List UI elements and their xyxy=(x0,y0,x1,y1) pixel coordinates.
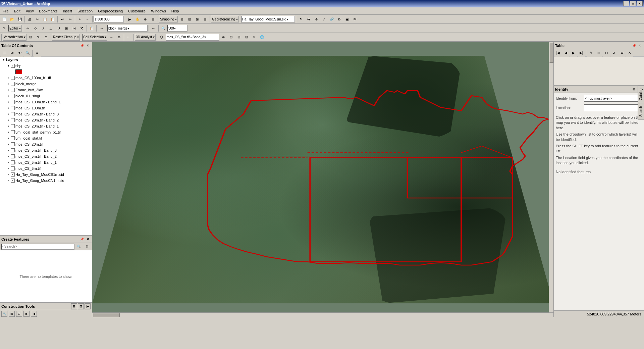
snap-edge[interactable]: ⊠ xyxy=(194,15,201,23)
toc-item-mos_CS_100m_b1_tif[interactable]: +mos_CS_100m_b1.tif xyxy=(5,75,92,81)
toc-item-Ha_Tay_Goog_MosCS1m_sid[interactable]: +Ha_Tay_Goog_MosCS1m.sid xyxy=(5,171,92,178)
ct-btn3[interactable]: ▶ xyxy=(85,303,91,309)
3d-globe[interactable]: 🌐 xyxy=(258,34,266,41)
checkbox[interactable] xyxy=(11,118,15,122)
more-tools2[interactable]: ⋯ xyxy=(125,34,132,41)
scrollbar-thumb-h[interactable] xyxy=(93,313,120,317)
snap-grid[interactable]: ⊞ xyxy=(178,15,185,23)
cf-pin[interactable]: 📌 xyxy=(79,237,85,242)
table-pin[interactable]: 📌 xyxy=(631,43,637,48)
toc-item-Ha_Tay_Goog_MosCN1m_sid[interactable]: +Ha_Tay_Goog_MosCN1m.sid xyxy=(5,178,92,184)
more-tools[interactable]: ⋯ xyxy=(150,24,157,32)
zoom-in-button[interactable]: + xyxy=(76,15,84,23)
expander[interactable]: + xyxy=(6,118,11,122)
flip-button[interactable]: ⇆ xyxy=(305,15,312,23)
sketch-tool[interactable]: ✏ xyxy=(24,24,32,32)
table-delete[interactable]: ✗ xyxy=(610,49,618,57)
toc-item-mos_CS_5m_tif___Band_3[interactable]: +mos_CS_5m.tif - Band_3 xyxy=(5,147,92,153)
menu-bookmarks[interactable]: Bookmarks xyxy=(36,8,60,14)
new-button[interactable]: 📄 xyxy=(1,15,8,23)
snap-end[interactable]: ⊟ xyxy=(201,15,209,23)
redo-button[interactable]: ↪ xyxy=(66,15,74,23)
checkbox[interactable] xyxy=(11,172,15,177)
sb-btn2[interactable]: ⊞ xyxy=(9,311,15,317)
toc-item-mos_CS_100m_tif[interactable]: +mos_CS_100m.tif xyxy=(5,105,92,111)
scale-button[interactable]: ⤢ xyxy=(320,15,328,23)
toc-item-mos_CS_5m_tif___Band_1[interactable]: +mos_CS_5m.tif - Band_1 xyxy=(5,159,92,165)
table-close[interactable]: ✕ xyxy=(637,43,643,48)
cf-search-input[interactable] xyxy=(1,244,74,250)
cell-tool2[interactable]: ⊕ xyxy=(115,34,123,41)
checkbox[interactable] xyxy=(11,166,15,170)
checkbox[interactable] xyxy=(11,82,15,86)
editor-btn[interactable]: ✎ xyxy=(1,24,8,32)
toc-item-Frame_buff_3km[interactable]: +Frame_buff_3km xyxy=(5,87,92,93)
toc-item-5m_local_stat_tif[interactable]: +5m_local_stat.tif xyxy=(5,135,92,141)
zoom-out-button[interactable]: − xyxy=(84,15,91,23)
table-edit[interactable]: ✎ xyxy=(587,49,595,57)
copy-button[interactable]: 📋 xyxy=(41,15,49,23)
3d-tool3[interactable]: ⊞ xyxy=(235,34,243,41)
paste-button[interactable]: 📋 xyxy=(49,15,56,23)
analyst-3d-dropdown[interactable]: 3D Analyst ▾ xyxy=(135,34,156,41)
georef-rectify[interactable]: ▣ xyxy=(343,15,351,23)
search-tab[interactable]: Search xyxy=(638,103,644,120)
expander[interactable]: + xyxy=(6,154,11,159)
table-next[interactable]: ▶ xyxy=(570,49,577,57)
cell-tool1[interactable]: ↔ xyxy=(108,34,115,41)
topology-edit[interactable]: ⋈ xyxy=(70,24,78,32)
copy-parallel[interactable]: ⊞ xyxy=(63,24,70,32)
3d-tool2[interactable]: ⊡ xyxy=(227,34,235,41)
menu-edit[interactable]: Edit xyxy=(11,8,23,14)
toc-item-mos_CS_20m_tif___Band_3[interactable]: +mos_CS_20m.tif - Band_3 xyxy=(5,111,92,117)
toc-item-mos_CS_20m_tif___Band_2[interactable]: +mos_CS_20m.tif - Band_2 xyxy=(5,117,92,123)
pan-tool[interactable]: ✋ xyxy=(134,15,141,23)
ct-btn1[interactable]: ⊞ xyxy=(71,303,77,309)
expander[interactable]: + xyxy=(6,88,11,92)
checkbox[interactable] xyxy=(11,94,15,98)
link-button[interactable]: 🔗 xyxy=(328,15,335,23)
menu-geoprocessing[interactable]: Geoprocessing xyxy=(95,8,125,14)
sb-btn1[interactable]: 🔧 xyxy=(1,311,7,317)
search-zoom[interactable]: 🔍 xyxy=(160,24,167,32)
toc-item-mos_CS_20m_tif___Band_1[interactable]: +mos_CS_20m.tif - Band_1 xyxy=(5,123,92,129)
move-button[interactable]: ✛ xyxy=(313,15,320,23)
auto-adjust[interactable]: ⚙ xyxy=(336,15,343,23)
identify-location-input[interactable] xyxy=(584,104,642,111)
edit-vertex[interactable]: ◇ xyxy=(32,24,39,32)
table-options[interactable]: ⚙ xyxy=(618,49,626,57)
value-500-dropdown[interactable]: 500▾ xyxy=(167,25,187,32)
shp-expander[interactable]: ▼ xyxy=(6,63,11,68)
georeferencing-dropdown[interactable]: Georeferencing ▾ xyxy=(211,16,239,22)
cf-close[interactable]: ✕ xyxy=(85,237,91,242)
toc-item-shp[interactable]: ▼ shp xyxy=(5,63,92,69)
checkbox[interactable] xyxy=(11,136,15,140)
expander[interactable]: + xyxy=(6,94,11,98)
analyst-icon[interactable]: ⬡ xyxy=(158,34,165,41)
menu-file[interactable]: File xyxy=(0,8,11,14)
reshape-tool[interactable]: ↗ xyxy=(40,24,47,32)
table-close-btn[interactable]: ✕ xyxy=(626,49,633,57)
more-editor[interactable]: ⋯ xyxy=(98,24,105,32)
checkbox[interactable] xyxy=(11,124,15,128)
catalog-tab[interactable]: Catalog xyxy=(638,86,644,103)
vec-tool2[interactable]: ✎ xyxy=(35,34,42,41)
shp-checkbox[interactable] xyxy=(11,64,15,68)
checkbox[interactable] xyxy=(11,160,15,164)
3d-tool1[interactable]: ⊕ xyxy=(220,34,227,41)
restore-button[interactable]: ▭ xyxy=(630,1,636,6)
mos-layer-dropdown[interactable]: mos_CS_5m.tif - Band_3▾ xyxy=(166,34,219,41)
split-tool[interactable]: ⊥ xyxy=(47,24,55,32)
identify-size[interactable]: ⊞ xyxy=(631,87,637,92)
snap-pt[interactable]: ⊡ xyxy=(186,15,193,23)
3d-sun[interactable]: ☀ xyxy=(251,34,258,41)
undo-button[interactable]: ↩ xyxy=(59,15,66,23)
checkbox[interactable] xyxy=(11,148,15,152)
cf-search-btn[interactable]: 🔍 xyxy=(75,243,83,250)
expander[interactable]: + xyxy=(6,160,11,165)
3d-tool4[interactable]: ⊟ xyxy=(243,34,250,41)
checkbox[interactable] xyxy=(11,106,15,110)
expander[interactable]: + xyxy=(6,106,11,110)
expander[interactable]: + xyxy=(6,136,11,141)
toc-item-block_01_singl[interactable]: +block_01_singl xyxy=(5,93,92,99)
